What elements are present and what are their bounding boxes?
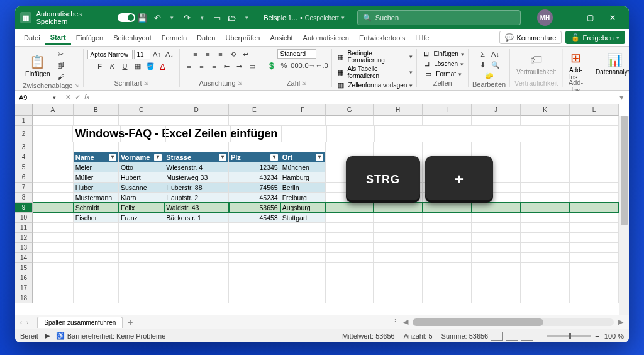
row-header[interactable]: 10 xyxy=(15,213,33,223)
cell[interactable] xyxy=(521,142,570,152)
toggle-pill-icon[interactable] xyxy=(118,13,135,22)
zoom-slider[interactable] xyxy=(547,335,591,337)
cell[interactable]: Berlin xyxy=(280,183,326,193)
column-header[interactable]: D xyxy=(164,104,229,116)
expand-formula-icon[interactable]: ▾ xyxy=(614,90,629,105)
cell[interactable] xyxy=(374,223,423,233)
increase-font-icon[interactable]: A↑ xyxy=(152,49,163,59)
cell[interactable]: Felix xyxy=(119,203,164,213)
cell[interactable] xyxy=(33,233,74,243)
delete-cells-button[interactable]: ⊟Löschen▾ xyxy=(421,59,464,69)
cell[interactable] xyxy=(33,243,74,253)
search-input[interactable]: 🔍 xyxy=(357,10,521,25)
cell[interactable] xyxy=(472,263,521,273)
indent-left-icon[interactable]: ⇤ xyxy=(221,61,233,71)
cell[interactable] xyxy=(74,293,119,303)
cell[interactable]: Stuttgart xyxy=(280,213,326,223)
cell[interactable] xyxy=(164,253,229,263)
cell[interactable] xyxy=(521,116,570,126)
underline-icon[interactable]: U xyxy=(119,61,131,71)
cell[interactable] xyxy=(570,193,619,203)
cell[interactable] xyxy=(423,142,472,152)
cell[interactable] xyxy=(570,233,619,243)
cell[interactable] xyxy=(164,293,229,303)
row-header[interactable]: 17 xyxy=(15,283,33,293)
analyze-data-button[interactable]: 📊Datenanalyse xyxy=(593,51,629,77)
cell[interactable] xyxy=(472,243,521,253)
cell[interactable] xyxy=(374,233,423,243)
format-as-table-button[interactable]: ▦Als Tabelle formatieren▾ xyxy=(336,65,413,80)
cell[interactable]: Musterweg 33 xyxy=(164,172,229,183)
cell[interactable] xyxy=(570,116,619,126)
cell[interactable] xyxy=(521,172,570,183)
row-header[interactable]: 6 xyxy=(15,172,33,183)
cell[interactable] xyxy=(326,213,374,223)
cell[interactable] xyxy=(521,273,570,283)
cell[interactable] xyxy=(472,253,521,263)
tab-ansicht[interactable]: Ansicht xyxy=(265,31,297,44)
cell[interactable] xyxy=(164,243,229,253)
dialog-launcher-icon[interactable]: ⇲ xyxy=(144,81,148,86)
cell[interactable] xyxy=(229,116,280,126)
font-size-input[interactable]: 11 xyxy=(134,50,150,59)
cell[interactable]: Vorname▾ xyxy=(119,152,164,162)
spreadsheet-grid[interactable]: ABCDEFGHIJKL 123456789101112131415161718… xyxy=(15,104,629,315)
cell[interactable] xyxy=(164,223,229,233)
cell[interactable] xyxy=(33,223,74,233)
cell[interactable] xyxy=(521,193,570,203)
cell[interactable] xyxy=(423,223,472,233)
currency-icon[interactable]: 💲 xyxy=(266,60,277,70)
align-bottom-icon[interactable]: ≡ xyxy=(215,49,226,59)
cell[interactable]: Hamburg xyxy=(280,172,326,183)
tab-daten[interactable]: Daten xyxy=(192,31,220,44)
column-header[interactable]: G xyxy=(326,104,374,116)
column-header[interactable]: F xyxy=(280,104,326,116)
cell[interactable] xyxy=(570,203,619,213)
cell[interactable] xyxy=(229,243,280,253)
align-right-icon[interactable]: ≡ xyxy=(209,61,220,71)
row-header[interactable]: 14 xyxy=(15,253,33,263)
maximize-button[interactable]: ▢ xyxy=(579,6,602,29)
save-icon[interactable]: 💾 xyxy=(135,10,150,25)
user-avatar[interactable]: MH xyxy=(537,9,553,26)
insert-cells-button[interactable]: ⊞Einfügen▾ xyxy=(421,49,464,59)
cell[interactable]: Huber xyxy=(74,183,119,193)
dialog-launcher-icon[interactable]: ⇲ xyxy=(75,83,79,89)
filter-dropdown-icon[interactable]: ▾ xyxy=(109,154,116,161)
merge-icon[interactable]: ▭ xyxy=(247,61,258,71)
cell[interactable] xyxy=(119,223,164,233)
cell[interactable] xyxy=(229,253,280,263)
cell[interactable] xyxy=(326,253,374,263)
cell[interactable] xyxy=(521,126,570,142)
cell[interactable] xyxy=(33,162,74,172)
cell[interactable] xyxy=(570,162,619,172)
name-box[interactable]: A9▾ xyxy=(15,94,60,101)
pagebreak-view-icon[interactable] xyxy=(521,332,533,341)
chevron-down-icon[interactable]: ▾ xyxy=(341,14,345,21)
cell[interactable] xyxy=(521,263,570,273)
cell[interactable] xyxy=(229,233,280,243)
filter-dropdown-icon[interactable]: ▾ xyxy=(270,154,278,161)
cell[interactable] xyxy=(570,283,619,293)
scroll-right-icon[interactable]: ▶ xyxy=(616,318,625,326)
cell[interactable] xyxy=(229,263,280,273)
cell[interactable] xyxy=(280,293,326,303)
cell[interactable] xyxy=(472,126,521,142)
row-header[interactable]: 2 xyxy=(15,126,33,142)
row-header[interactable]: 8 xyxy=(15,193,33,203)
undo-icon[interactable]: ↶ xyxy=(150,10,165,25)
cell[interactable]: Mustermann xyxy=(74,193,119,203)
cell[interactable] xyxy=(33,213,74,223)
row-header[interactable]: 7 xyxy=(15,183,33,193)
cell[interactable] xyxy=(119,283,164,293)
cell[interactable] xyxy=(375,126,424,142)
cell[interactable] xyxy=(570,213,619,223)
format-painter-icon[interactable]: 🖌 xyxy=(55,72,66,82)
cell[interactable]: Ort▾ xyxy=(280,152,326,162)
row-header[interactable]: 11 xyxy=(15,223,33,233)
cell[interactable]: Strasse▾ xyxy=(164,152,229,162)
cell[interactable] xyxy=(164,283,229,293)
cell[interactable] xyxy=(33,126,73,142)
cell[interactable] xyxy=(280,233,326,243)
bold-icon[interactable]: F xyxy=(94,61,106,71)
